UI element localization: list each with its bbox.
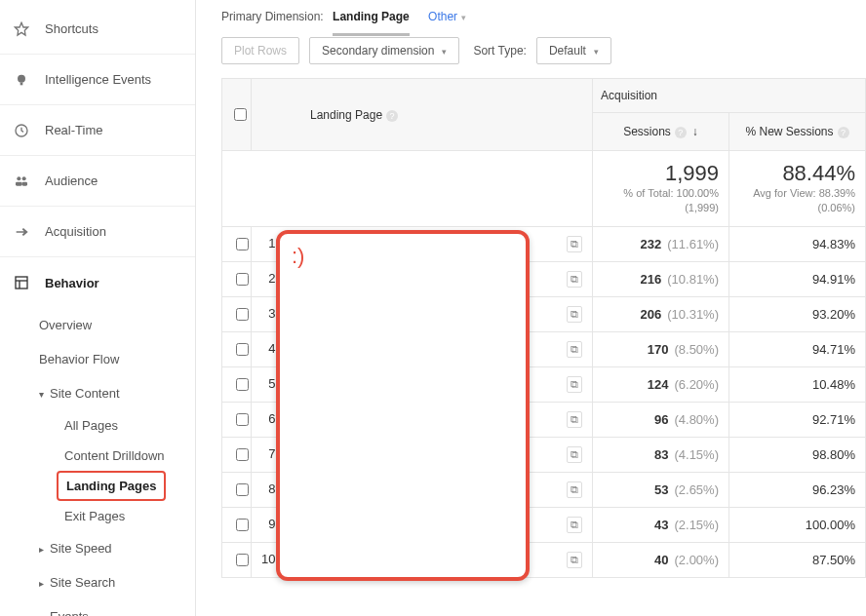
svg-point-1: [18, 74, 25, 82]
open-external-icon[interactable]: ⧉: [567, 481, 582, 498]
nav-label: Real-Time: [45, 123, 102, 137]
sidebar: Shortcuts Intelligence Events Real-Time …: [0, 0, 196, 616]
chevron-down-icon: [586, 44, 599, 58]
help-icon[interactable]: ?: [675, 127, 687, 138]
help-icon[interactable]: ?: [386, 110, 398, 122]
plot-rows-button[interactable]: Plot Rows: [221, 37, 299, 64]
chevron-down-icon: [434, 44, 447, 58]
nav-shortcuts[interactable]: Shortcuts: [0, 4, 195, 55]
nav-realtime[interactable]: Real-Time: [0, 105, 195, 156]
row-checkbox[interactable]: [236, 378, 249, 391]
nav-label: Audience: [45, 173, 98, 188]
col-landing-page[interactable]: Landing Page: [310, 108, 382, 122]
cell-new-sessions: 87.50%: [729, 542, 866, 577]
row-checkbox[interactable]: [236, 554, 249, 566]
secondary-dimension-button[interactable]: Secondary dimension: [309, 37, 459, 64]
cell-sessions: 83(4.15%): [593, 437, 729, 472]
star-icon: [12, 19, 31, 39]
redaction-box: :): [276, 230, 530, 581]
nav-audience[interactable]: Audience: [0, 156, 195, 207]
row-checkbox[interactable]: [236, 413, 249, 426]
behavior-subnav: Overview Behavior Flow Site Content All …: [0, 308, 195, 616]
row-checkbox[interactable]: [236, 519, 249, 531]
subnav-overview[interactable]: Overview: [39, 308, 195, 342]
subnav-site-search[interactable]: Site Search: [39, 565, 195, 599]
arrow-right-icon: [12, 222, 31, 242]
row-checkbox[interactable]: [236, 308, 249, 321]
cell-new-sessions: 96.23%: [729, 472, 866, 507]
cell-sessions: 170(8.50%): [593, 331, 729, 366]
open-external-icon[interactable]: ⧉: [567, 552, 582, 568]
cell-new-sessions: 98.80%: [729, 437, 866, 472]
open-external-icon[interactable]: ⧉: [567, 341, 582, 358]
sort-type-label: Sort Type:: [473, 44, 526, 58]
clock-icon: [12, 121, 31, 140]
open-external-icon[interactable]: ⧉: [567, 306, 582, 323]
row-checkbox[interactable]: [236, 273, 249, 286]
dimension-value[interactable]: Landing Page: [333, 10, 410, 36]
open-external-icon[interactable]: ⧉: [567, 446, 582, 463]
col-group-acquisition: Acquisition: [593, 79, 866, 113]
cell-sessions: 206(10.31%): [593, 296, 729, 331]
open-external-icon[interactable]: ⧉: [567, 517, 582, 533]
cell-new-sessions: 10.48%: [729, 366, 866, 402]
svg-point-4: [17, 176, 20, 180]
cell-sessions: 232(11.61%): [593, 226, 729, 261]
summary-sessions: 1,999 % of Total: 100.00% (1,999): [593, 151, 729, 227]
subnav-landing-pages[interactable]: Landing Pages: [57, 471, 166, 501]
svg-rect-7: [22, 181, 27, 185]
svg-rect-6: [16, 181, 22, 185]
col-sessions[interactable]: Sessions?↓: [593, 113, 729, 151]
cell-sessions: 96(4.80%): [593, 402, 729, 437]
summary-new-sessions: 88.44% Avg for View: 88.39% (0.06%): [729, 151, 866, 227]
subnav-site-speed[interactable]: Site Speed: [39, 531, 195, 565]
nav-label: Behavior: [45, 276, 99, 290]
svg-rect-8: [16, 277, 27, 289]
sort-type-button[interactable]: Default: [536, 37, 611, 64]
cell-sessions: 40(2.00%): [593, 542, 729, 577]
cell-sessions: 216(10.81%): [593, 261, 729, 296]
cell-sessions: 43(2.15%): [593, 507, 729, 542]
cell-sessions: 124(6.20%): [593, 366, 729, 402]
cell-sessions: 53(2.65%): [593, 472, 729, 507]
bulb-icon: [12, 70, 31, 90]
cell-new-sessions: 94.71%: [729, 331, 866, 366]
sort-desc-icon: ↓: [692, 125, 698, 138]
open-external-icon[interactable]: ⧉: [567, 236, 582, 252]
layout-icon: [12, 273, 31, 292]
cell-new-sessions: 94.83%: [729, 226, 866, 261]
dimension-other[interactable]: Other: [428, 10, 466, 23]
nav-intelligence[interactable]: Intelligence Events: [0, 55, 195, 105]
subnav-exit-pages[interactable]: Exit Pages: [39, 501, 195, 531]
subnav-flow[interactable]: Behavior Flow: [39, 342, 195, 376]
row-checkbox[interactable]: [236, 343, 249, 356]
row-checkbox[interactable]: [236, 483, 249, 496]
select-all-checkbox[interactable]: [234, 108, 247, 121]
help-icon[interactable]: ?: [838, 127, 849, 138]
row-checkbox[interactable]: [236, 448, 249, 461]
cell-new-sessions: 100.00%: [729, 507, 866, 542]
primary-dimension: Primary Dimension: Landing Page Other: [221, 10, 866, 23]
subnav-events[interactable]: Events: [39, 599, 195, 616]
nav-label: Acquisition: [45, 224, 106, 239]
svg-point-5: [22, 176, 26, 180]
svg-marker-0: [15, 22, 27, 35]
people-icon: [12, 172, 31, 191]
col-new-sessions[interactable]: % New Sessions?: [729, 113, 866, 151]
row-checkbox[interactable]: [236, 238, 249, 250]
toolbar: Plot Rows Secondary dimension Sort Type:…: [221, 37, 866, 64]
content: Primary Dimension: Landing Page Other Pl…: [196, 0, 866, 616]
nav-acquisition[interactable]: Acquisition: [0, 207, 195, 257]
subnav-all-pages[interactable]: All Pages: [39, 410, 195, 441]
open-external-icon[interactable]: ⧉: [567, 376, 582, 393]
nav-label: Shortcuts: [45, 21, 98, 36]
smile-icon: :): [292, 244, 304, 269]
open-external-icon[interactable]: ⧉: [567, 271, 582, 288]
nav-behavior[interactable]: Behavior: [0, 257, 195, 308]
subnav-drilldown[interactable]: Content Drilldown: [39, 441, 195, 471]
open-external-icon[interactable]: ⧉: [567, 411, 582, 428]
cell-new-sessions: 92.71%: [729, 402, 866, 437]
nav-label: Intelligence Events: [45, 72, 151, 87]
dimension-label: Primary Dimension:: [221, 10, 324, 23]
subnav-site-content[interactable]: Site Content: [39, 376, 195, 410]
